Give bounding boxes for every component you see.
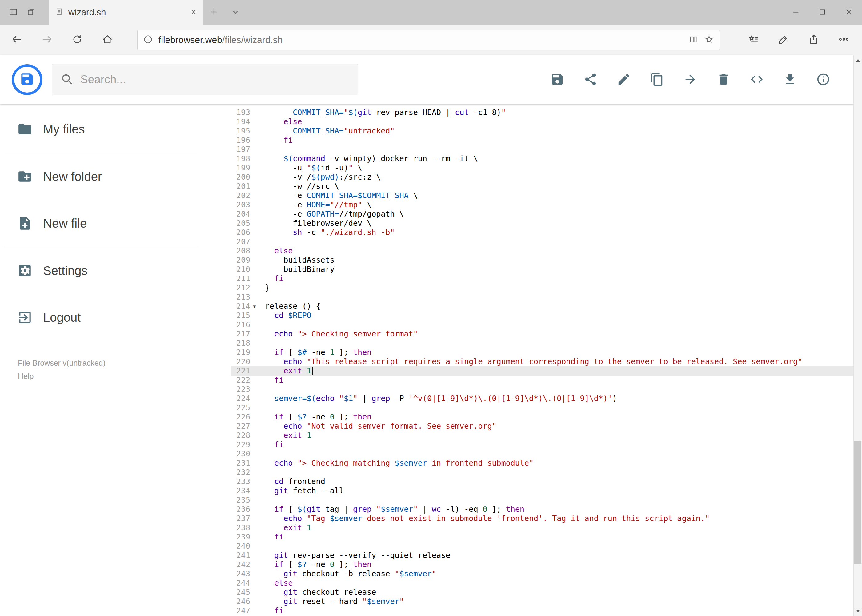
code-line[interactable]: 215 cd $REPO	[231, 311, 853, 320]
share-page-button[interactable]	[799, 25, 829, 55]
tab-close-button[interactable]	[189, 8, 198, 17]
code-line[interactable]: 247 fi	[231, 606, 853, 615]
sidebar-item-new-file[interactable]: New file	[0, 200, 203, 247]
favorite-star-icon[interactable]	[704, 35, 714, 46]
search-box[interactable]	[52, 64, 358, 95]
code-line[interactable]: 193 COMMIT_SHA="$(git rev-parse HEAD | c…	[231, 108, 853, 117]
code-line[interactable]: 216	[231, 320, 853, 329]
sidebar-item-new-folder[interactable]: New folder	[0, 153, 203, 200]
code-line[interactable]: 213	[231, 292, 853, 302]
code-line[interactable]: 233 cd frontend	[231, 477, 853, 486]
browser-tab-wizard-sh[interactable]: wizard.sh	[49, 0, 203, 25]
reading-view-icon[interactable]	[689, 35, 698, 46]
code-line[interactable]: 246 git reset --hard "$semver"	[231, 597, 853, 606]
code-line[interactable]: 203 -e HOME="//tmp" \	[231, 200, 853, 209]
close-button[interactable]	[835, 0, 862, 25]
move-button[interactable]	[674, 60, 707, 100]
rename-button[interactable]	[607, 60, 640, 100]
code-line[interactable]: 231 echo "> Checking matching $semver in…	[231, 459, 853, 468]
code-line[interactable]: 225	[231, 403, 853, 412]
code-line[interactable]: 209 buildAssets	[231, 256, 853, 265]
code-line[interactable]: 228 exit 1	[231, 431, 853, 440]
code-line[interactable]: 227 echo "Not valid semver format. See s…	[231, 422, 853, 431]
code-line[interactable]: 207	[231, 237, 853, 246]
back-button[interactable]	[2, 25, 32, 55]
code-line[interactable]: 205 filebrowser/dev \	[231, 218, 853, 228]
page-scrollbar[interactable]	[853, 55, 862, 616]
code-line[interactable]: 232	[231, 468, 853, 477]
code-line[interactable]: 196 fi	[231, 136, 853, 145]
tab-preview-button[interactable]	[22, 0, 40, 25]
code-line[interactable]: 235	[231, 495, 853, 504]
help-link[interactable]: Help	[18, 372, 203, 381]
code-line[interactable]: 195 COMMIT_SHA="untracked"	[231, 126, 853, 136]
forward-button[interactable]	[32, 25, 62, 55]
new-tab-button[interactable]	[203, 0, 225, 25]
code-line[interactable]: 236 if [ $(git tag | grep "$semver" | wc…	[231, 504, 853, 514]
maximize-button[interactable]	[809, 0, 835, 25]
code-line[interactable]: 224 semver=$(echo "$1" | grep -P '^v(0|[…	[231, 394, 853, 403]
code-line[interactable]: 214▾release () {	[231, 302, 853, 311]
code-line[interactable]: 218	[231, 339, 853, 348]
code-line[interactable]: 234 git fetch --all	[231, 486, 853, 495]
download-button[interactable]	[773, 60, 807, 100]
code-line[interactable]: 239 fi	[231, 532, 853, 542]
info-button[interactable]	[807, 60, 840, 100]
code-line[interactable]: 241 git rev-parse --verify --quiet relea…	[231, 551, 853, 560]
code-line[interactable]: 242 if [ $? -ne 0 ]; then	[231, 560, 853, 569]
scroll-up-arrow[interactable]	[854, 55, 862, 66]
code-line[interactable]: 197	[231, 145, 853, 154]
web-note-button[interactable]	[769, 25, 799, 55]
code-line[interactable]: 230	[231, 449, 853, 459]
code-line[interactable]: 202 -e COMMIT_SHA=$COMMIT_SHA \	[231, 191, 853, 200]
code-line[interactable]: 244 else	[231, 578, 853, 588]
share-button[interactable]	[574, 60, 607, 100]
code-line[interactable]: 243 git checkout -b release "$semver"	[231, 569, 853, 578]
code-line[interactable]: 210 buildBinary	[231, 265, 853, 274]
code-line[interactable]: 245 git checkout release	[231, 588, 853, 597]
code-line[interactable]: 240	[231, 542, 853, 551]
code-line[interactable]: 200 -v /$(pwd):/src:z \	[231, 173, 853, 182]
code-line[interactable]: 194 else	[231, 117, 853, 126]
sidebar-item-settings[interactable]: Settings	[0, 247, 203, 294]
code-line[interactable]: 237 echo "Tag $semver does not exist in …	[231, 514, 853, 523]
code-line[interactable]: 223	[231, 385, 853, 394]
code-line[interactable]: 229 fi	[231, 440, 853, 449]
scrollbar-thumb[interactable]	[854, 441, 861, 564]
scroll-down-arrow[interactable]	[854, 605, 862, 616]
code-line[interactable]: 222 fi	[231, 376, 853, 385]
page-info-icon[interactable]	[143, 35, 153, 46]
code-line[interactable]: 220 echo "This release script requires a…	[231, 357, 853, 366]
home-button[interactable]	[92, 25, 123, 55]
code-line[interactable]: 212}	[231, 283, 853, 292]
more-button[interactable]	[829, 25, 859, 55]
minimize-button[interactable]	[783, 0, 809, 25]
code-line[interactable]: 206 sh -c "./wizard.sh -b"	[231, 228, 853, 237]
copy-button[interactable]	[640, 60, 674, 100]
code-line[interactable]: 219 if [ $# -ne 1 ]; then	[231, 348, 853, 357]
fold-arrow-icon[interactable]: ▾	[250, 302, 265, 311]
code-line[interactable]: 238 exit 1	[231, 523, 853, 532]
code-line[interactable]: 204 -e GOPATH=//tmp/gopath \	[231, 209, 853, 218]
hub-button[interactable]	[738, 25, 769, 55]
code-line[interactable]: 221 exit 1	[231, 366, 853, 376]
sidebar-item-my-files[interactable]: My files	[0, 106, 203, 152]
code-line[interactable]: 226 if [ $? -ne 0 ]; then	[231, 412, 853, 422]
code-line[interactable]: 201 -w //src \	[231, 182, 853, 191]
set-tabs-aside-button[interactable]	[4, 0, 22, 25]
search-input[interactable]	[80, 73, 349, 86]
delete-button[interactable]	[707, 60, 740, 100]
code-line[interactable]: 198 $(command -v winpty) docker run --rm…	[231, 154, 853, 163]
code-line[interactable]: 211 fi	[231, 274, 853, 283]
save-button[interactable]	[541, 60, 574, 100]
address-bar[interactable]: filebrowser.web/files/wizard.sh	[137, 30, 720, 50]
code-line[interactable]: 199 -u "$(id -u)" \	[231, 163, 853, 173]
filebrowser-logo[interactable]	[12, 64, 43, 95]
code-editor[interactable]: 193 COMMIT_SHA="$(git rev-parse HEAD | c…	[203, 104, 853, 616]
code-line[interactable]: 208 else	[231, 246, 853, 256]
code-line[interactable]: 217 echo "> Checking semver format"	[231, 329, 853, 339]
code-view-button[interactable]	[740, 60, 773, 100]
refresh-button[interactable]	[62, 25, 92, 55]
sidebar-item-logout[interactable]: Logout	[0, 294, 203, 341]
tab-list-button[interactable]	[225, 0, 246, 25]
